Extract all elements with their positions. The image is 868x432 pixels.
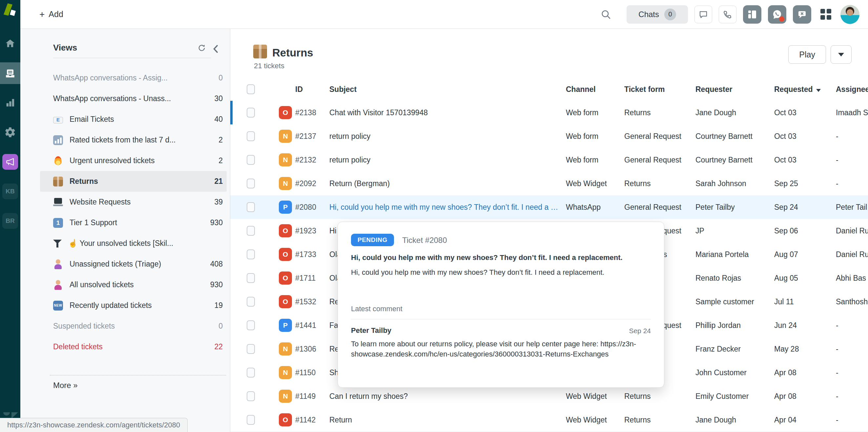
play-menu-button[interactable] bbox=[831, 45, 851, 64]
ticket-requested: Aug 05 bbox=[774, 266, 798, 290]
apps-grid-icon[interactable] bbox=[820, 9, 831, 20]
ticket-subject[interactable]: Chat with Visitor 1570139948 bbox=[329, 101, 428, 124]
row-checkbox[interactable] bbox=[247, 131, 255, 141]
ticket-channel: Web Widget bbox=[566, 172, 607, 195]
select-all-checkbox[interactable] bbox=[247, 84, 255, 94]
views-list-item[interactable]: Rated tickets from the last 7 d...2 bbox=[20, 129, 230, 150]
header-requester[interactable]: Requester bbox=[695, 78, 732, 101]
views-list-item[interactable]: Urgent unresolved tickets2 bbox=[20, 150, 230, 171]
header-subject[interactable]: Subject bbox=[329, 78, 356, 101]
row-checkbox[interactable] bbox=[247, 226, 255, 236]
row-checkbox[interactable] bbox=[247, 108, 255, 117]
sidebar-item-tickets[interactable] bbox=[0, 62, 20, 84]
view-count: 39 bbox=[214, 198, 223, 206]
views-list-item[interactable]: All unsolved tickets930 bbox=[20, 275, 230, 295]
sidebar-item-admin[interactable] bbox=[0, 121, 20, 143]
views-list-item[interactable]: Deleted tickets22 bbox=[20, 337, 230, 357]
row-checkbox[interactable] bbox=[247, 320, 255, 330]
table-row[interactable]: O#1142ReturnWeb WidgetReturnsJane DoughA… bbox=[230, 408, 868, 432]
views-more-link[interactable]: More » bbox=[53, 381, 78, 390]
refresh-icon[interactable] bbox=[197, 43, 206, 53]
ticket-subject[interactable]: Can I return my shoes? bbox=[329, 384, 408, 408]
barchart-icon bbox=[53, 135, 63, 145]
ticket-requester: Emily Customer bbox=[695, 384, 749, 408]
row-checkbox[interactable] bbox=[247, 273, 255, 283]
app-button-dismiss-chat[interactable] bbox=[793, 5, 811, 24]
header-channel[interactable]: Channel bbox=[566, 78, 596, 101]
zendesk-logo[interactable] bbox=[0, 0, 20, 20]
latest-comment-label: Latest comment bbox=[351, 305, 403, 313]
ticket-subject[interactable]: return policy bbox=[329, 148, 370, 172]
megaphone-button[interactable] bbox=[2, 154, 18, 170]
view-count: 30 bbox=[214, 94, 223, 103]
header-requested[interactable]: Requested bbox=[774, 78, 821, 101]
views-list-item[interactable]: WhatsApp conversations - Assig...0 bbox=[20, 68, 230, 88]
ticket-preview-card: PENDING Ticket #2080 Hi, could you help … bbox=[338, 222, 664, 388]
sidebar-item-campaigns[interactable] bbox=[0, 151, 20, 173]
view-count: 40 bbox=[214, 115, 223, 124]
table-row[interactable]: N#1149Can I return my shoes?Web WidgetRe… bbox=[230, 384, 868, 408]
avatar[interactable] bbox=[840, 5, 860, 24]
views-list-item[interactable]: Tier 1 Support930 bbox=[20, 212, 230, 233]
header-ticket-form[interactable]: Ticket form bbox=[624, 78, 665, 101]
row-checkbox[interactable] bbox=[247, 297, 255, 307]
search-icon[interactable] bbox=[600, 9, 612, 20]
ticket-subject[interactable]: Fa bbox=[329, 314, 338, 337]
call-toggle-button[interactable] bbox=[719, 6, 737, 23]
row-checkbox[interactable] bbox=[247, 344, 255, 354]
app-button-whatsapp[interactable] bbox=[768, 5, 786, 24]
table-row[interactable]: P#2080Hi, could you help me with my new … bbox=[230, 195, 868, 219]
table-row[interactable]: O#2138Chat with Visitor 1570139948Web fo… bbox=[230, 101, 868, 125]
row-checkbox[interactable] bbox=[247, 202, 255, 212]
views-panel: Views WhatsApp conversations - Assig...0… bbox=[20, 29, 230, 432]
play-button[interactable]: Play bbox=[788, 45, 826, 64]
sidebar-item-br[interactable]: BR bbox=[0, 210, 20, 232]
views-list-item[interactable]: WhatsApp conversations - Unass...30 bbox=[20, 88, 230, 109]
view-label: WhatsApp conversations - Assig... bbox=[53, 74, 215, 82]
row-checkbox[interactable] bbox=[247, 368, 255, 377]
sidebar-item-reports[interactable] bbox=[0, 92, 20, 114]
ticket-subject[interactable]: Return bbox=[329, 408, 352, 432]
table-row[interactable]: N#2092Return (Bergman)Web WidgetReturnsS… bbox=[230, 172, 868, 196]
package-icon bbox=[253, 45, 267, 58]
ticket-requested: May 28 bbox=[774, 337, 799, 361]
app-button-kanban[interactable] bbox=[743, 5, 762, 24]
ticket-id: #1711 bbox=[295, 266, 316, 290]
ticket-ref: Ticket #2080 bbox=[402, 236, 447, 245]
header-id[interactable]: ID bbox=[295, 78, 303, 101]
ticket-subject[interactable]: return policy bbox=[329, 124, 370, 148]
ticket-subject[interactable]: Sh bbox=[329, 361, 339, 384]
ticket-subject[interactable]: Hi, could you help me with my new shoes?… bbox=[329, 195, 559, 219]
status-badge: N bbox=[279, 177, 292, 190]
view-label: Urgent unresolved tickets bbox=[69, 156, 215, 165]
conversations-toggle-button[interactable] bbox=[694, 6, 712, 23]
views-list-item[interactable]: ☝ Your unsolved tickets [Skil... bbox=[20, 233, 230, 254]
ticket-subject[interactable]: Return (Bergman) bbox=[329, 172, 390, 195]
table-row[interactable]: N#2137return policyWeb formGeneral Reque… bbox=[230, 124, 868, 148]
views-list-item[interactable]: Email Tickets40 bbox=[20, 109, 230, 129]
views-list-item[interactable]: Unassigned tickets (Triage)408 bbox=[20, 254, 230, 275]
chats-button[interactable]: Chats 0 bbox=[626, 5, 688, 24]
collapse-panel-icon[interactable] bbox=[212, 45, 219, 53]
row-checkbox[interactable] bbox=[247, 179, 255, 189]
ticket-id: #1149 bbox=[295, 384, 316, 408]
views-list-item[interactable]: Returns21 bbox=[40, 171, 227, 192]
ticket-requester: Mariana Portela bbox=[695, 242, 749, 266]
ticket-subject[interactable]: Hi bbox=[329, 219, 337, 242]
sidebar-item-home[interactable] bbox=[0, 33, 20, 55]
preview-divider bbox=[351, 319, 651, 319]
views-list-item[interactable]: Website Requests39 bbox=[20, 192, 230, 212]
ticket-assignee: - bbox=[836, 337, 838, 361]
add-tab[interactable]: + Add bbox=[39, 9, 63, 19]
row-checkbox[interactable] bbox=[247, 155, 255, 165]
header-assignee[interactable]: Assignee bbox=[836, 78, 868, 101]
row-checkbox[interactable] bbox=[247, 415, 255, 425]
zendesk-watermark-icon bbox=[3, 408, 19, 419]
sidebar-item-kb[interactable]: KB bbox=[0, 180, 20, 202]
views-list-item[interactable]: Suspended tickets0 bbox=[20, 316, 230, 337]
logo-white-shape bbox=[10, 9, 16, 16]
views-list-item[interactable]: Recently updated tickets19 bbox=[20, 295, 230, 316]
row-checkbox[interactable] bbox=[247, 391, 255, 401]
table-row[interactable]: N#2132return policyWeb formGeneral Reque… bbox=[230, 148, 868, 172]
row-checkbox[interactable] bbox=[247, 250, 255, 259]
